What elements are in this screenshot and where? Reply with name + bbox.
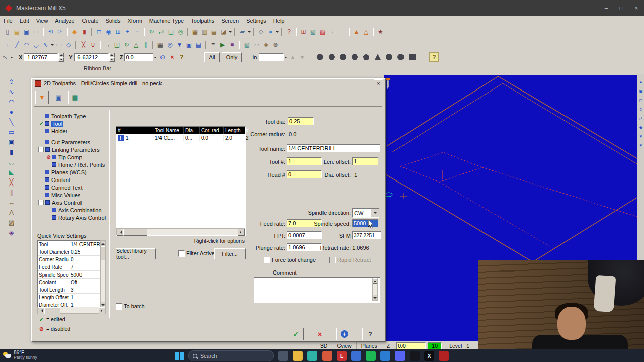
- dropdown-caret-icon[interactable]: [247, 27, 251, 37]
- select-only-button[interactable]: Only: [222, 52, 243, 62]
- tool-grid[interactable]: #Tool NameDia.Cor. rad.Length# 1 1/4 CE.…: [116, 126, 246, 236]
- dropdown-caret-icon[interactable]: [50, 40, 54, 50]
- filter-active-checkbox[interactable]: [178, 250, 185, 257]
- clear-entry-icon[interactable]: ×: [167, 52, 177, 62]
- autocursor-quadrant-icon[interactable]: [386, 54, 392, 60]
- autocursor-origin-icon[interactable]: [316, 54, 323, 60]
- toolpath-face-icon[interactable]: ▤: [194, 40, 203, 50]
- toolpath-contour-icon[interactable]: ◎: [165, 40, 175, 50]
- menu-toolpaths[interactable]: Toolpaths: [187, 18, 218, 24]
- photos-icon[interactable]: [351, 351, 361, 361]
- grid-col-tool-name[interactable]: Tool Name: [153, 127, 184, 134]
- toolbar-separator[interactable]: [281, 28, 282, 36]
- dropdown-caret-icon[interactable]: [10, 52, 14, 62]
- tree-item-canned-text[interactable]: Canned Text: [38, 184, 108, 191]
- zoom-out-icon[interactable]: −: [132, 27, 142, 37]
- qv-row-coolant[interactable]: Coolant Off: [38, 279, 101, 286]
- edge-icon[interactable]: [307, 351, 317, 361]
- dropdown-caret-icon[interactable]: [275, 27, 279, 37]
- quick-view-vscrollbar[interactable]: [100, 240, 106, 308]
- obs-icon[interactable]: [410, 351, 420, 361]
- toolpath-drill-icon[interactable]: ▼: [175, 40, 184, 50]
- print-icon[interactable]: ▭: [31, 27, 41, 37]
- groups-icon[interactable]: ◈: [261, 40, 271, 50]
- menu-machine-type[interactable]: Machine Type: [146, 18, 187, 24]
- tree-item-rotary-axis-control[interactable]: Rotary Axis Control: [38, 214, 108, 221]
- menu-screen[interactable]: Screen: [218, 18, 243, 24]
- menu-settings[interactable]: Settings: [243, 18, 270, 24]
- tree-item-coolant[interactable]: Coolant: [38, 176, 108, 184]
- viewsheets-icon[interactable]: ▱: [252, 40, 261, 50]
- point-style-icon[interactable]: ·: [328, 27, 337, 37]
- xform-translate-icon[interactable]: →: [103, 40, 112, 50]
- planes-icon[interactable]: ▰: [237, 27, 247, 37]
- create-fillet-icon[interactable]: ◡: [31, 40, 41, 50]
- line-style-icon[interactable]: —: [337, 27, 347, 37]
- offset-tool-icon[interactable]: ∥: [6, 187, 18, 197]
- undo-icon[interactable]: ⟲: [46, 27, 55, 37]
- create-spline-icon[interactable]: ∿: [41, 40, 50, 50]
- tool-name-input[interactable]: [287, 144, 380, 152]
- head-number-input[interactable]: [287, 170, 322, 178]
- toolbar-separator[interactable]: [234, 28, 235, 36]
- in-dropdown-caret-icon[interactable]: [284, 52, 288, 62]
- gview-isometric-icon[interactable]: ◪: [219, 27, 228, 37]
- help-button[interactable]: ?: [362, 328, 378, 340]
- autocursor-mode-icon[interactable]: ↖: [0, 52, 10, 62]
- spindle-speed-input[interactable]: [352, 219, 378, 227]
- combo-caret-icon[interactable]: [371, 209, 379, 217]
- cancel-button[interactable]: ×: [312, 328, 328, 340]
- toolbar-separator[interactable]: [187, 28, 188, 36]
- grid-col-dia[interactable]: Dia.: [184, 127, 200, 134]
- operations-manager-icon[interactable]: ≡: [208, 40, 218, 50]
- filter-button[interactable]: Filter...: [214, 248, 246, 259]
- view-shortcut-icon[interactable]: ◆: [638, 123, 644, 132]
- delete-entities-icon[interactable]: ▮: [79, 27, 89, 37]
- autocursor-nearest-icon[interactable]: [409, 54, 416, 60]
- to-batch-checkbox[interactable]: [116, 303, 122, 310]
- repaint-icon[interactable]: ◎: [176, 27, 185, 37]
- recorder-icon[interactable]: [439, 351, 449, 361]
- autocursor-point-icon[interactable]: [374, 54, 381, 60]
- comment-input[interactable]: [254, 277, 380, 303]
- toolbar-separator[interactable]: [75, 41, 76, 49]
- qv-row-feed-rate[interactable]: Feed Rate 7: [38, 263, 101, 271]
- create-point-icon[interactable]: ·: [3, 40, 12, 50]
- menu-file[interactable]: File: [0, 18, 16, 24]
- tool-dia-input[interactable]: [288, 117, 314, 125]
- tool-grid-row[interactable]: 1 1/4 CE... 0... 0.0 2.0 2: [116, 134, 245, 142]
- z-dropdown-caret-icon[interactable]: [153, 52, 157, 62]
- zoom-selected-icon[interactable]: ⊞: [113, 27, 123, 37]
- run-addin-icon[interactable]: ★: [376, 27, 385, 37]
- gview-wcs-icon[interactable]: △: [361, 27, 371, 37]
- zoom-target-icon[interactable]: ◉: [104, 27, 113, 37]
- machine-group-icon[interactable]: ▦: [155, 40, 165, 50]
- menu-solids[interactable]: Solids: [102, 18, 124, 24]
- fillet-tool-icon[interactable]: ◡: [6, 157, 18, 167]
- dimension-tool-icon[interactable]: ↔: [6, 197, 18, 207]
- ribbon-help-icon[interactable]: ?: [429, 52, 439, 62]
- grid-col-number[interactable]: #: [116, 127, 153, 134]
- x-spinner[interactable]: [58, 53, 64, 62]
- shaded-display-icon[interactable]: ●: [266, 27, 275, 37]
- create-rectangle-icon[interactable]: ▭: [54, 40, 64, 50]
- status-planes[interactable]: Planes: [357, 342, 382, 349]
- autocursor-along-icon[interactable]: [397, 54, 404, 60]
- status-level-label[interactable]: Level: [445, 342, 466, 349]
- gview-side-icon[interactable]: ▤: [209, 27, 219, 37]
- new-file-icon[interactable]: ▯: [3, 27, 12, 37]
- qv-row-length-offset[interactable]: Length Offset 1: [38, 294, 101, 301]
- xform-tool-icon[interactable]: ◈: [6, 227, 18, 237]
- arc-tool-icon[interactable]: ◠: [6, 97, 18, 107]
- qv-row-tool-length[interactable]: Tool Length 3: [38, 286, 101, 294]
- zoom-shortcut-icon[interactable]: ◻: [638, 96, 644, 105]
- len-offset-input[interactable]: [352, 157, 378, 165]
- toolbar-separator[interactable]: [91, 28, 92, 36]
- create-line-icon[interactable]: ╱: [12, 40, 22, 50]
- create-polygon-icon[interactable]: ◇: [64, 40, 73, 50]
- autocursor-midpoint-icon[interactable]: [363, 54, 369, 60]
- wcs-icon[interactable]: ▲: [352, 27, 361, 37]
- pan-shortcut-icon[interactable]: ⇄: [638, 114, 644, 123]
- solid-box-icon[interactable]: ▣: [6, 137, 18, 147]
- grid-settings-icon[interactable]: ⊞: [299, 27, 308, 37]
